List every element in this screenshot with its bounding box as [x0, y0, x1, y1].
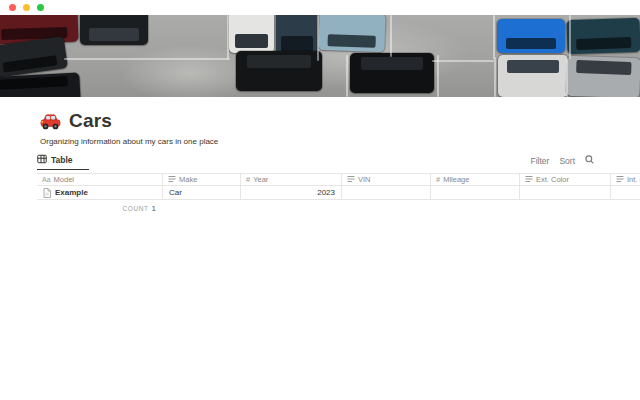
- traffic-light-close[interactable]: [9, 4, 16, 11]
- cell-int-color[interactable]: [610, 186, 640, 199]
- parking-line: [437, 55, 439, 97]
- parking-line: [64, 58, 230, 60]
- column-header-label: Int. Color: [627, 175, 640, 184]
- cell-mileage[interactable]: [430, 186, 519, 199]
- number-icon: #: [436, 175, 440, 184]
- database-table: AaModelMake#YearVIN#MileageExt. ColorInt…: [37, 173, 640, 213]
- column-header-label: Mileage: [443, 175, 469, 184]
- car-windshield: [577, 37, 631, 50]
- car-windshield: [0, 77, 68, 90]
- traffic-light-minimize[interactable]: [23, 4, 30, 11]
- car-windshield: [507, 60, 559, 73]
- window-titlebar: [0, 0, 640, 15]
- text-icon: [168, 175, 176, 185]
- tab-table[interactable]: Table: [37, 154, 89, 170]
- filter-button[interactable]: Filter: [531, 156, 550, 166]
- car-windshield: [506, 38, 556, 49]
- car-windshield: [2, 55, 58, 73]
- cell-model[interactable]: Example: [37, 186, 162, 199]
- cover-car-shape: [229, 15, 274, 53]
- parking-line: [493, 15, 495, 59]
- page-icon: [43, 188, 51, 198]
- page-title[interactable]: Cars: [69, 110, 112, 132]
- cover-car-shape: [318, 15, 385, 52]
- cell-ext-color[interactable]: [519, 186, 610, 199]
- cover-car-shape: [350, 53, 434, 93]
- cell-vin[interactable]: [341, 186, 430, 199]
- column-header-label: Make: [179, 175, 197, 184]
- table-row: ExampleCar2023: [37, 186, 640, 200]
- cell-make[interactable]: Car: [162, 186, 240, 199]
- parking-line: [566, 59, 568, 97]
- car-windshield: [235, 34, 268, 48]
- parking-line: [227, 15, 229, 59]
- column-header-int-color[interactable]: Int. Color: [610, 174, 640, 185]
- cover-car-shape: [566, 56, 640, 97]
- calc-count-label: COUNT: [122, 205, 148, 212]
- view-bar: Table Filter Sort: [0, 153, 640, 170]
- cover-car-shape: [566, 18, 640, 55]
- table-header-row: AaModelMake#YearVIN#MileageExt. ColorInt…: [37, 173, 640, 186]
- cell-text: Example: [55, 188, 88, 197]
- sort-button[interactable]: Sort: [559, 156, 575, 166]
- car-windshield: [89, 28, 139, 41]
- column-header-vin[interactable]: VIN: [341, 174, 430, 185]
- tab-table-label: Table: [51, 155, 73, 165]
- search-icon[interactable]: [585, 155, 594, 166]
- cover-car-shape: [80, 15, 148, 45]
- parking-line: [432, 60, 494, 62]
- traffic-light-zoom[interactable]: [37, 4, 44, 11]
- cover-car-shape: [498, 55, 568, 97]
- car-windshield: [577, 60, 631, 75]
- cover-car-shape: [497, 19, 565, 53]
- column-header-make[interactable]: Make: [162, 174, 240, 185]
- car-windshield: [247, 55, 311, 68]
- car-windshield: [281, 36, 312, 51]
- cover-car-shape: [0, 73, 81, 97]
- column-header-mileage[interactable]: #Mileage: [430, 174, 519, 185]
- cell-year[interactable]: 2023: [240, 186, 341, 199]
- text-icon: [525, 175, 533, 185]
- parking-line: [569, 15, 571, 59]
- parking-line: [346, 55, 348, 97]
- text-icon: [616, 175, 624, 185]
- column-header-label: Ext. Color: [536, 175, 569, 184]
- text-icon: [347, 175, 355, 185]
- column-header-label: VIN: [358, 175, 371, 184]
- calc-count[interactable]: COUNT 1: [37, 200, 162, 213]
- parking-line: [317, 15, 319, 61]
- page-description[interactable]: Organizing information about my cars in …: [40, 137, 600, 146]
- table-body: ExampleCar2023: [37, 186, 640, 200]
- number-icon: #: [246, 175, 250, 184]
- calc-count-value: 1: [152, 204, 156, 213]
- car-windshield: [361, 57, 423, 70]
- table-grid-icon: [37, 154, 47, 166]
- column-header-ext-color[interactable]: Ext. Color: [519, 174, 610, 185]
- cell-text: 2023: [317, 188, 335, 197]
- car-windshield: [327, 34, 376, 48]
- column-header-label: Model: [54, 175, 74, 184]
- page-icon-red-car-emoji[interactable]: [40, 111, 61, 132]
- column-header-label: Year: [253, 175, 268, 184]
- parking-line: [390, 15, 392, 57]
- title-icon: Aa: [42, 175, 51, 184]
- cover-car-shape: [236, 51, 322, 91]
- column-header-model[interactable]: AaModel: [37, 174, 162, 185]
- parking-line: [494, 57, 496, 97]
- cell-text: Car: [169, 188, 182, 197]
- cover-photo: [0, 15, 640, 97]
- page-header: Cars Organizing information about my car…: [0, 97, 640, 146]
- column-header-year[interactable]: #Year: [240, 174, 341, 185]
